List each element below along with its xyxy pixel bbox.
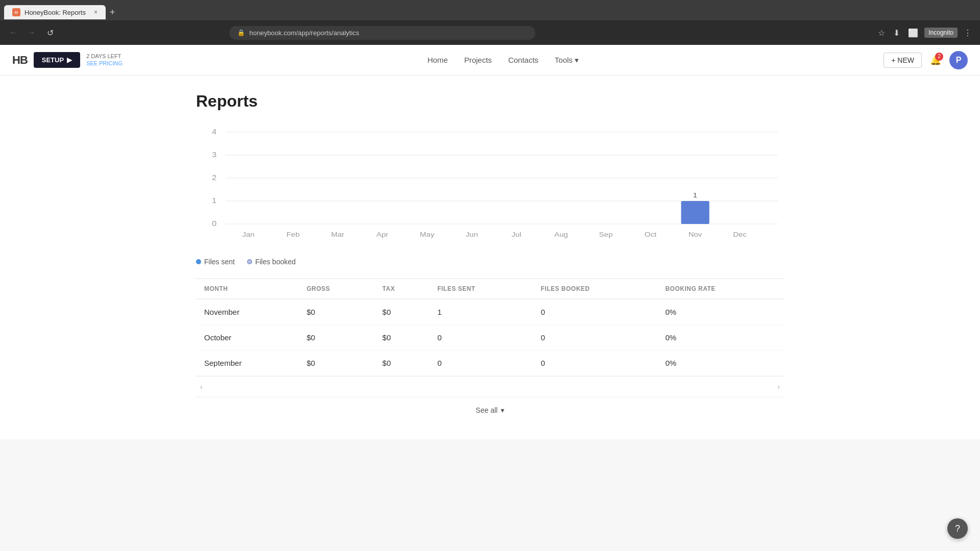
- col-files-booked: FILES BOOKED: [533, 279, 657, 299]
- table-row: September$0$0000%: [196, 350, 784, 376]
- cell-0: November: [196, 299, 299, 325]
- tab-favicon: H: [12, 8, 20, 16]
- tab-close-btn[interactable]: ×: [94, 9, 97, 16]
- tab-label: HoneyBook: Reports: [24, 9, 86, 16]
- cell-1: $0: [299, 299, 374, 325]
- col-tax: TAX: [374, 279, 429, 299]
- legend-dot-booked: [247, 259, 252, 264]
- cell-2: $0: [374, 350, 429, 376]
- logo-mark[interactable]: HB: [12, 54, 28, 67]
- svg-text:1: 1: [693, 191, 698, 199]
- data-table: MONTH GROSS TAX FILES SENT FILES BOOKED …: [196, 279, 784, 376]
- svg-text:Feb: Feb: [286, 231, 300, 238]
- app-nav: Home Projects Contacts Tools ▾: [427, 56, 578, 65]
- cell-5: 0%: [657, 299, 784, 325]
- nav-projects[interactable]: Projects: [464, 56, 492, 64]
- address-bar[interactable]: 🔒 honeybook.com/app/reports/analytics: [229, 26, 535, 40]
- setup-area: SETUP ▶ 2 DAYS LEFT SEE PRICING: [34, 52, 122, 68]
- setup-button[interactable]: SETUP ▶: [34, 52, 80, 68]
- chart-area: 4 3 2 1 0 Jan Feb Mar Apr May Jun Jul Au…: [196, 127, 784, 249]
- browser-tabs: H HoneyBook: Reports × +: [0, 0, 980, 20]
- svg-text:0: 0: [212, 219, 216, 228]
- table-row: October$0$0000%: [196, 325, 784, 350]
- svg-text:2: 2: [212, 173, 216, 182]
- col-gross: GROSS: [299, 279, 374, 299]
- nav-contacts[interactable]: Contacts: [508, 56, 538, 64]
- cell-3: 0: [429, 350, 533, 376]
- legend-dot-sent: [196, 259, 201, 264]
- nav-tools[interactable]: Tools ▾: [555, 56, 579, 65]
- svg-text:Oct: Oct: [645, 231, 656, 238]
- page-content: Reports 4 3 2 1 0 Jan: [184, 76, 796, 439]
- svg-text:May: May: [420, 231, 434, 238]
- svg-text:Jul: Jul: [511, 231, 521, 238]
- cell-2: $0: [374, 325, 429, 350]
- back-button[interactable]: ←: [6, 26, 20, 40]
- svg-text:4: 4: [212, 128, 216, 136]
- browser-controls: ← → ↺ 🔒 honeybook.com/app/reports/analyt…: [0, 20, 980, 45]
- browser-chrome: H HoneyBook: Reports × + ← → ↺ 🔒 honeybo…: [0, 0, 980, 45]
- cell-0: October: [196, 325, 299, 350]
- scroll-left-button[interactable]: ‹: [196, 381, 207, 393]
- legend-files-booked: Files booked: [247, 258, 296, 266]
- cell-4: 0: [533, 350, 657, 376]
- menu-button[interactable]: ⋮: [962, 26, 974, 40]
- notification-button[interactable]: 🔔 2: [930, 55, 941, 66]
- scroll-nav: ‹ ›: [196, 376, 784, 397]
- app-container: HB SETUP ▶ 2 DAYS LEFT SEE PRICING Home …: [0, 45, 980, 439]
- svg-text:Aug: Aug: [554, 231, 568, 238]
- cell-4: 0: [533, 299, 657, 325]
- browser-right-icons: ☆ ⬇ ⬜ Incognito ⋮: [876, 26, 974, 40]
- app-right: + NEW 🔔 2 P: [884, 51, 968, 69]
- svg-text:Jan: Jan: [242, 231, 254, 238]
- legend-files-sent: Files sent: [196, 258, 235, 266]
- svg-text:Jun: Jun: [465, 231, 478, 238]
- svg-rect-24: [681, 201, 709, 224]
- notification-badge: 2: [935, 53, 943, 61]
- svg-text:Sep: Sep: [599, 231, 613, 238]
- address-text: honeybook.com/app/reports/analytics: [249, 29, 359, 37]
- cell-3: 0: [429, 325, 533, 350]
- see-all-row: See all ▾: [196, 397, 784, 423]
- table-header-row: MONTH GROSS TAX FILES SENT FILES BOOKED …: [196, 279, 784, 299]
- svg-text:3: 3: [212, 151, 216, 159]
- cell-1: $0: [299, 350, 374, 376]
- avatar[interactable]: P: [949, 51, 968, 69]
- cell-5: 0%: [657, 325, 784, 350]
- chart-svg: 4 3 2 1 0 Jan Feb Mar Apr May Jun Jul Au…: [196, 127, 784, 249]
- nav-home[interactable]: Home: [427, 56, 448, 64]
- new-button[interactable]: + NEW: [884, 53, 922, 68]
- cell-1: $0: [299, 325, 374, 350]
- cell-4: 0: [533, 325, 657, 350]
- cell-0: September: [196, 350, 299, 376]
- setup-badge: 2 DAYS LEFT SEE PRICING: [86, 53, 122, 66]
- svg-text:H: H: [15, 10, 18, 15]
- active-tab[interactable]: H HoneyBook: Reports ×: [4, 5, 106, 19]
- scroll-right-button[interactable]: ›: [773, 381, 784, 393]
- extensions-button[interactable]: ⬜: [906, 26, 920, 40]
- svg-text:Mar: Mar: [331, 231, 345, 238]
- col-booking-rate: BOOKING RATE: [657, 279, 784, 299]
- app-header: HB SETUP ▶ 2 DAYS LEFT SEE PRICING Home …: [0, 45, 980, 76]
- table-row: November$0$0100%: [196, 299, 784, 325]
- chart-section: 4 3 2 1 0 Jan Feb Mar Apr May Jun Jul Au…: [196, 127, 784, 397]
- cell-2: $0: [374, 299, 429, 325]
- forward-button[interactable]: →: [24, 26, 39, 40]
- incognito-label: Incognito: [924, 28, 958, 38]
- svg-text:1: 1: [212, 196, 216, 205]
- see-pricing-link[interactable]: SEE PRICING: [86, 60, 122, 67]
- table-section: MONTH GROSS TAX FILES SENT FILES BOOKED …: [196, 278, 784, 376]
- col-files-sent: FILES SENT: [429, 279, 533, 299]
- bookmark-button[interactable]: ☆: [876, 26, 887, 40]
- new-tab-button[interactable]: +: [106, 5, 119, 20]
- reload-button[interactable]: ↺: [43, 26, 57, 40]
- cell-3: 1: [429, 299, 533, 325]
- cell-5: 0%: [657, 350, 784, 376]
- page-title: Reports: [196, 92, 784, 111]
- col-month: MONTH: [196, 279, 299, 299]
- see-all-button[interactable]: See all ▾: [476, 406, 504, 414]
- chart-legend: Files sent Files booked: [196, 258, 784, 266]
- lock-icon: 🔒: [237, 29, 245, 36]
- app-logo-area: HB SETUP ▶ 2 DAYS LEFT SEE PRICING: [12, 52, 122, 68]
- download-button[interactable]: ⬇: [891, 26, 902, 40]
